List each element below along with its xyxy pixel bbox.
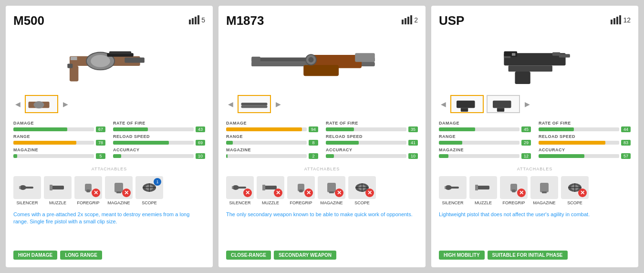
stat-bar-bg <box>113 154 194 158</box>
svg-rect-50 <box>559 54 570 57</box>
svg-point-10 <box>34 101 44 108</box>
attach-icon-box <box>439 176 467 199</box>
svg-rect-41 <box>327 183 336 192</box>
stat-bar-wrap: 10 <box>326 153 418 159</box>
stat-value: 94 <box>309 126 318 132</box>
stat-bar-bg <box>326 154 406 158</box>
stat-row: RELOAD SPEED 41 <box>326 134 418 146</box>
stat-bar-fill <box>326 127 354 131</box>
stat-value: 2 <box>309 153 318 159</box>
svg-rect-62 <box>476 186 489 189</box>
stat-label: RELOAD SPEED <box>113 134 205 139</box>
stat-row: RATE OF FIRE 44 <box>539 121 631 132</box>
carousel-next[interactable]: ▶ <box>61 100 70 108</box>
no-attach-badge: ✕ <box>274 189 282 197</box>
attach-icon-box <box>469 176 497 199</box>
stat-value: 67 <box>96 126 105 132</box>
attach-label: SILENCER <box>16 200 38 205</box>
stat-value: 78 <box>96 140 105 146</box>
attach-icon-box: ✕ <box>105 176 133 199</box>
stat-value: 29 <box>521 140 531 146</box>
card-m1873: M1873 2 ◀ ▶ DAMAGE <box>218 6 426 267</box>
carousel-prev[interactable]: ◀ <box>439 100 447 108</box>
attach-label: MAGAZINE <box>533 200 555 205</box>
carousel-prev[interactable]: ◀ <box>226 100 235 108</box>
description: Comes with a pre-attached 2x scope, mean… <box>13 211 205 245</box>
stat-bar-wrap: 43 <box>113 126 205 132</box>
description: The only secondary weapon known to be ab… <box>226 211 418 245</box>
stat-label: RELOAD SPEED <box>539 134 631 139</box>
stat-bar-fill <box>13 127 67 131</box>
attach-icon-box: ✕ <box>348 176 376 199</box>
carousel-prev[interactable]: ◀ <box>13 100 22 108</box>
svg-rect-61 <box>445 186 446 189</box>
stat-bar-fill <box>113 127 148 131</box>
stat-bar-fill <box>13 141 76 145</box>
svg-rect-18 <box>114 183 123 192</box>
attach-item-scope: ✕ SCOPE <box>561 176 589 205</box>
svg-rect-36 <box>232 186 233 189</box>
stat-bar-fill <box>113 141 169 145</box>
stat-bar-bg <box>539 127 619 131</box>
svg-rect-33 <box>241 105 268 108</box>
svg-rect-15 <box>50 185 52 190</box>
stat-value: 12 <box>521 153 531 159</box>
attach-item-scope: ✕ SCOPE <box>348 176 376 205</box>
carousel-next[interactable]: ▶ <box>274 100 282 108</box>
svg-rect-8 <box>71 57 77 60</box>
ammo-indicator: 12 <box>611 15 631 24</box>
svg-rect-5 <box>109 52 131 54</box>
carousel-next[interactable]: ▶ <box>523 100 531 108</box>
stat-row: RATE OF FIRE 35 <box>326 121 418 132</box>
thumb-0[interactable] <box>450 95 484 113</box>
stat-bar-bg <box>226 127 307 131</box>
scope-badge: 1 <box>154 178 161 186</box>
svg-rect-63 <box>475 185 478 190</box>
ammo-count: 12 <box>623 16 631 24</box>
stat-bar-bg <box>539 154 619 158</box>
svg-rect-31 <box>251 57 260 66</box>
attach-label: MUZZLE <box>49 200 66 205</box>
attach-icon-box: ✕ <box>500 176 528 199</box>
attach-label: SCOPE <box>354 200 370 205</box>
stat-bar-wrap: 41 <box>326 140 418 146</box>
card-header: M1873 2 <box>226 13 418 28</box>
stat-bar-wrap: 10 <box>113 153 205 159</box>
thumb-0[interactable] <box>238 95 271 113</box>
stat-label: RANGE <box>226 134 318 139</box>
stat-bar-fill <box>539 154 584 158</box>
svg-rect-38 <box>262 185 265 190</box>
svg-rect-27 <box>355 53 375 62</box>
stat-value: 10 <box>408 153 418 159</box>
stat-bar-wrap: 35 <box>326 126 418 132</box>
attachables-row: ✕ SILENCER ✕ MUZZLE ✕ FOREGRIP ✕ MAGAZIN… <box>226 176 418 205</box>
gun-image <box>13 32 205 89</box>
stat-value: 10 <box>196 153 205 159</box>
stat-bar-bg <box>13 141 94 145</box>
stat-bar-wrap: 5 <box>13 153 105 159</box>
stat-row: DAMAGE 67 <box>13 121 105 132</box>
no-attach-badge: ✕ <box>335 189 343 197</box>
attachables-row: SILENCER MUZZLE ✕ FOREGRIP MAGAZINE <box>439 176 631 205</box>
carousel: ◀ ▶ <box>13 95 205 113</box>
stat-label: ACCURACY <box>113 147 205 152</box>
attach-item-foregrip: ✕ FOREGRIP <box>74 176 102 205</box>
stat-value: 43 <box>196 126 205 132</box>
svg-rect-56 <box>461 108 468 112</box>
stat-bar-wrap: 69 <box>113 140 205 146</box>
svg-rect-40 <box>299 189 303 192</box>
no-attach-badge: ✕ <box>122 189 131 197</box>
thumb-0[interactable] <box>25 95 58 113</box>
card-title: M500 <box>13 13 44 28</box>
stat-bar-wrap: 29 <box>439 140 531 146</box>
attach-label: SCOPE <box>567 200 582 205</box>
stat-label: DAMAGE <box>13 121 105 126</box>
tags: HIGH MOBILITYSUITABLE FOR INITIAL PHASE <box>439 251 631 260</box>
stat-row: RANGE 8 <box>226 134 318 146</box>
attach-label: FOREGRIP <box>290 200 312 205</box>
stat-bar-fill <box>226 127 302 131</box>
thumb-1[interactable] <box>487 95 520 113</box>
stat-row: ACCURACY 57 <box>539 147 631 159</box>
attach-item-silencer: SILENCER <box>439 176 467 205</box>
stat-bar-bg <box>226 154 307 158</box>
